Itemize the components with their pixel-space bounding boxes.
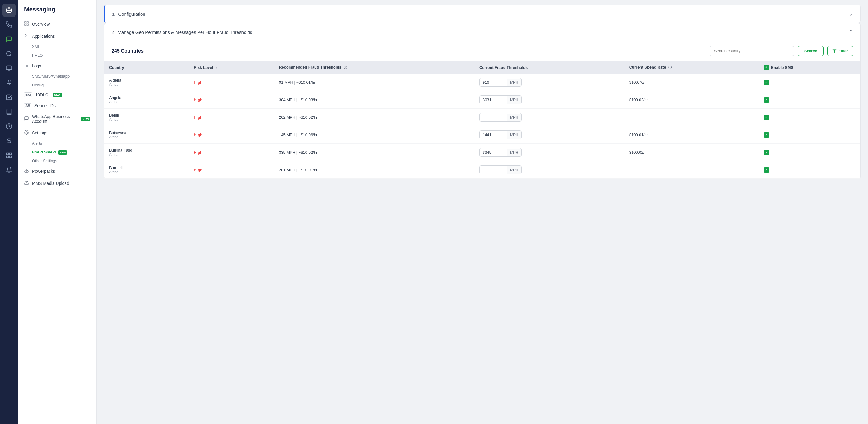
accordion-number-2: 2 <box>112 30 114 35</box>
sidebar-item-mms-label: MMS Media Upload <box>32 181 69 186</box>
cell-risk-1: High <box>189 91 274 109</box>
accordion-title-1: Configuration <box>118 11 145 17</box>
sidebar-item-mms[interactable]: MMS Media Upload <box>18 177 96 189</box>
accordion-header-left-1: 1 Configuration <box>112 11 145 17</box>
enable-sms-checkbox-0[interactable]: ✓ <box>764 80 769 85</box>
threshold-input-2[interactable] <box>479 113 507 121</box>
svg-point-2 <box>7 51 11 56</box>
accordion-header-2[interactable]: 2 Manage Geo Permissions & Messages Per … <box>104 23 861 41</box>
messaging-nav-icon[interactable] <box>2 33 16 46</box>
cell-spend-2 <box>624 109 759 126</box>
recommended-info-icon[interactable]: ⓘ <box>344 65 347 70</box>
sidebar-item-logs-label: Logs <box>32 63 41 68</box>
sidebar-item-powerpacks[interactable]: Powerpacks <box>18 165 96 177</box>
accordion-header-1[interactable]: 1 Configuration ⌄ <box>105 5 861 23</box>
search-country-input[interactable] <box>710 46 794 56</box>
sidebar-item-overview[interactable]: Overview <box>18 18 96 30</box>
sidebar-item-xml[interactable]: XML <box>18 42 96 51</box>
cell-threshold-4: MPH <box>474 144 624 161</box>
lookup-nav-icon[interactable] <box>2 47 16 60</box>
col-country: Country <box>104 61 189 74</box>
sidebar-item-other-settings[interactable]: Other Settings <box>18 157 96 165</box>
cell-country-3: Botswana Africa <box>104 126 189 144</box>
threshold-input-5[interactable] <box>479 166 507 174</box>
table-row: Botswana Africa High 145 MPH | ~$10.06/h… <box>104 126 861 144</box>
svg-rect-15 <box>10 153 11 155</box>
threshold-input-4[interactable] <box>479 148 507 157</box>
cell-threshold-1: MPH <box>474 91 624 109</box>
spend-info-icon[interactable]: ⓘ <box>668 65 672 70</box>
cell-recommended-0: 91 MPH | ~$10.01/hr <box>274 74 474 91</box>
whatsapp-icon <box>24 116 29 122</box>
sender-ids-icon: AB <box>24 103 31 108</box>
enable-sms-checkbox-2[interactable]: ✓ <box>764 115 769 120</box>
cell-spend-5 <box>624 161 759 179</box>
cell-spend-0: $100.76/hr <box>624 74 759 91</box>
sip-nav-icon[interactable] <box>2 62 16 75</box>
logs-icon <box>24 63 29 69</box>
svg-rect-21 <box>25 24 26 25</box>
svg-line-3 <box>10 55 11 56</box>
cell-spend-4: $100.02/hr <box>624 144 759 161</box>
sidebar-item-debug[interactable]: Debug <box>18 80 96 89</box>
enable-sms-checkbox-3[interactable]: ✓ <box>764 132 769 138</box>
sidebar-item-settings-label: Settings <box>32 130 48 135</box>
alert-nav-icon[interactable] <box>2 163 16 176</box>
accordion-header-left-2: 2 Manage Geo Permissions & Messages Per … <box>112 30 252 35</box>
phone-nav-icon[interactable] <box>2 18 16 31</box>
sidebar-item-sms[interactable]: SMS/MMS/Whatsapp <box>18 72 96 80</box>
verify-nav-icon[interactable] <box>2 91 16 104</box>
mph-label-1: MPH <box>507 96 521 104</box>
overview-icon <box>24 21 29 27</box>
accordion-section-1: 1 Configuration ⌄ <box>104 5 861 23</box>
cell-country-4: Burkina Faso Africa <box>104 144 189 161</box>
billing-nav-icon[interactable] <box>2 134 16 148</box>
10dlc-icon: 123 <box>24 92 32 97</box>
enable-sms-checkbox-5[interactable]: ✓ <box>764 167 769 173</box>
cell-country-0: Algeria Africa <box>104 74 189 91</box>
threshold-input-0[interactable] <box>479 78 507 86</box>
sidebar-item-alerts[interactable]: Alerts <box>18 139 96 148</box>
mph-label-5: MPH <box>507 166 521 174</box>
contacts-nav-icon[interactable] <box>2 105 16 119</box>
sidebar-item-logs[interactable]: Logs <box>18 60 96 72</box>
svg-rect-19 <box>27 22 28 23</box>
numbers-nav-icon[interactable] <box>2 76 16 89</box>
enable-sms-header-checkbox[interactable]: ✓ <box>764 65 769 70</box>
sidebar-item-phlo[interactable]: PHLO <box>18 51 96 60</box>
enable-sms-checkbox-4[interactable]: ✓ <box>764 150 769 155</box>
search-button[interactable]: Search <box>798 46 824 56</box>
cell-country-5: Burundi Africa <box>104 161 189 179</box>
sidebar-item-powerpacks-label: Powerpacks <box>32 169 55 174</box>
sidebar-title: Messaging <box>18 0 96 18</box>
whatsapp-badge: NEW <box>81 117 90 121</box>
cell-recommended-3: 145 MPH | ~$10.06/hr <box>274 126 474 144</box>
enable-sms-checkbox-1[interactable]: ✓ <box>764 97 769 103</box>
sidebar-item-sender-ids[interactable]: AB Sender IDs <box>18 100 96 111</box>
sidebar-item-fraud-shield[interactable]: Fraud Shield NEW <box>18 148 96 157</box>
col-recommended: Recommended Fraud Thresholds ⓘ <box>274 61 474 74</box>
table-row: Burkina Faso Africa High 335 MPH | ~$10.… <box>104 144 861 161</box>
sidebar-item-applications[interactable]: Applications <box>18 30 96 42</box>
filter-button[interactable]: Filter <box>827 46 853 56</box>
threshold-input-1[interactable] <box>479 96 507 104</box>
col-risk-level[interactable]: Risk Level ↕ <box>189 61 274 74</box>
sidebar-item-whatsapp[interactable]: WhatsApp Business Account NEW <box>18 111 96 127</box>
sidebar-item-settings[interactable]: Settings <box>18 127 96 139</box>
cell-spend-3: $100.01/hr <box>624 126 759 144</box>
cell-risk-5: High <box>189 161 274 179</box>
table-row: Burundi Africa High 201 MPH | ~$10.01/hr… <box>104 161 861 179</box>
col-current-spend: Current Spend Rate ⓘ <box>624 61 759 74</box>
col-current-threshold: Current Fraud Thresholds <box>474 61 624 74</box>
fraud-shield-badge: NEW <box>58 151 67 155</box>
svg-point-29 <box>26 132 27 133</box>
svg-line-9 <box>8 80 8 86</box>
countries-count: 245 Countries <box>112 48 144 54</box>
threshold-input-3[interactable] <box>479 131 507 139</box>
apps-nav-icon[interactable] <box>2 149 16 162</box>
globe-nav-icon[interactable] <box>2 4 16 17</box>
cell-threshold-5: MPH <box>474 161 624 179</box>
sidebar-item-10dlc[interactable]: 123 10DLC NEW <box>18 89 96 100</box>
help-nav-icon[interactable] <box>2 120 16 133</box>
cell-recommended-2: 202 MPH | ~$10.02/hr <box>274 109 474 126</box>
